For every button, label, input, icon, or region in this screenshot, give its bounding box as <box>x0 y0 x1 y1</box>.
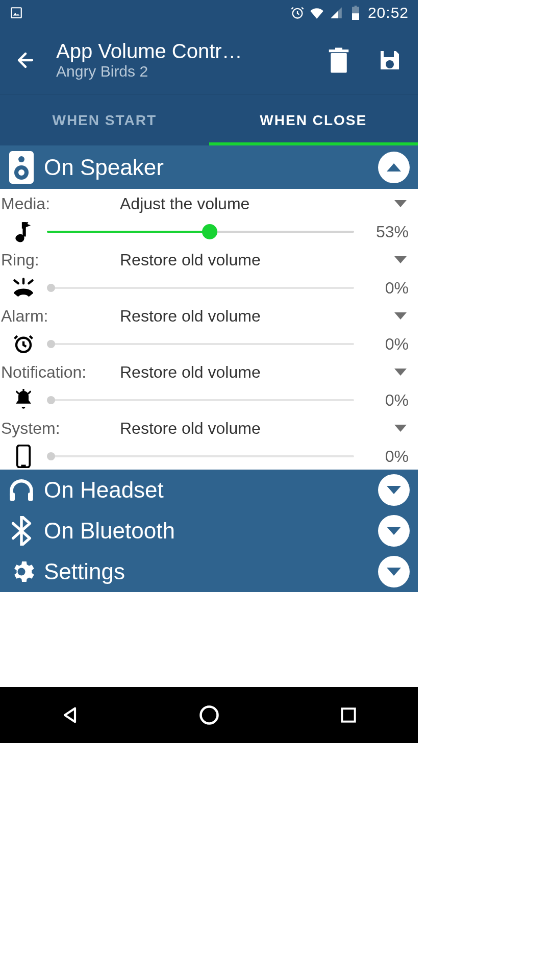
bell-icon <box>0 389 47 411</box>
nav-back-button[interactable] <box>55 700 85 730</box>
row-media: Media: Adjust the volume 53% <box>0 189 418 245</box>
row-system-slider[interactable] <box>47 446 354 467</box>
svg-rect-9 <box>384 51 394 57</box>
expand-headset-button[interactable] <box>378 474 410 506</box>
speaker-icon <box>8 150 35 185</box>
chevron-up-icon <box>387 163 401 172</box>
chevron-down-icon <box>394 312 407 320</box>
svg-rect-3 <box>355 6 357 8</box>
row-system-label: System: <box>0 419 120 438</box>
svg-rect-0 <box>11 8 21 18</box>
svg-point-11 <box>18 156 24 162</box>
row-system-dropdown[interactable] <box>388 416 413 440</box>
row-ring-action[interactable]: Restore old volume <box>120 251 388 270</box>
chevron-down-icon <box>394 425 407 432</box>
row-ring-slider[interactable] <box>47 278 354 298</box>
chevron-down-icon <box>394 200 407 207</box>
tab-close-label: WHEN CLOSE <box>260 112 367 129</box>
row-ring-dropdown[interactable] <box>388 248 413 272</box>
chevron-down-icon <box>387 486 401 494</box>
row-ring-pct: 0% <box>369 279 418 298</box>
expand-bluetooth-button[interactable] <box>378 515 410 547</box>
chevron-down-icon <box>387 568 401 576</box>
svg-rect-17 <box>17 446 30 468</box>
status-time: 20:52 <box>368 4 409 21</box>
svg-point-21 <box>17 568 25 575</box>
row-media-label: Media: <box>0 194 120 213</box>
svg-point-13 <box>18 169 24 176</box>
row-alarm-action[interactable]: Restore old volume <box>120 307 388 326</box>
battery-icon <box>348 6 363 20</box>
row-ring: Ring: Restore old volume 0% <box>0 245 418 301</box>
alarm-icon <box>0 333 47 355</box>
row-media-slider[interactable] <box>47 222 354 242</box>
save-button[interactable] <box>372 42 408 78</box>
row-notification-dropdown[interactable] <box>388 360 413 384</box>
chevron-down-icon <box>394 369 407 376</box>
tab-when-start[interactable]: WHEN START <box>0 95 209 145</box>
row-alarm-pct: 0% <box>369 335 418 354</box>
status-bar: 20:52 <box>0 0 418 26</box>
phone-icon <box>0 445 47 468</box>
row-notification-label: Notification: <box>0 363 120 382</box>
chevron-down-icon <box>394 256 407 263</box>
back-button[interactable] <box>10 45 41 76</box>
section-headset-title: On Headset <box>44 477 369 503</box>
nav-recents-button[interactable] <box>333 700 364 730</box>
svg-point-22 <box>201 707 217 724</box>
svg-rect-5 <box>331 53 347 73</box>
tabs: WHEN START WHEN CLOSE <box>0 94 418 145</box>
row-media-action[interactable]: Adjust the volume <box>120 194 388 213</box>
row-notification-action[interactable]: Restore old volume <box>120 363 388 382</box>
app-bar: App Volume Contr… Angry Birds 2 <box>0 26 418 94</box>
section-bluetooth-title: On Bluetooth <box>44 518 369 544</box>
row-notification-pct: 0% <box>369 391 418 410</box>
svg-rect-23 <box>342 708 355 721</box>
speaker-rows: Media: Adjust the volume 53% Ring: <box>0 189 418 470</box>
svg-point-8 <box>386 60 394 68</box>
row-alarm-dropdown[interactable] <box>388 304 413 328</box>
svg-rect-19 <box>10 493 15 501</box>
nav-home-button[interactable] <box>194 700 224 730</box>
svg-rect-4 <box>352 13 359 20</box>
row-ring-label: Ring: <box>0 251 120 270</box>
row-system-pct: 0% <box>369 447 418 466</box>
section-settings-title: Settings <box>44 559 369 584</box>
row-alarm-label: Alarm: <box>0 307 120 326</box>
music-note-icon <box>0 220 47 243</box>
expand-settings-button[interactable] <box>378 556 410 587</box>
row-notification: Notification: Restore old volume 0% <box>0 357 418 413</box>
page-title: App Volume Contr… <box>56 40 306 63</box>
delete-button[interactable] <box>321 42 357 78</box>
phone-ring-icon <box>0 278 47 298</box>
section-headset[interactable]: On Headset <box>0 470 418 510</box>
row-system-action[interactable]: Restore old volume <box>120 419 388 438</box>
nav-bar <box>0 687 418 743</box>
section-speaker[interactable]: On Speaker <box>0 145 418 189</box>
chevron-down-icon <box>387 527 401 535</box>
section-speaker-title: On Speaker <box>44 155 369 180</box>
cellular-icon <box>329 6 343 20</box>
headset-icon <box>8 473 35 507</box>
row-media-dropdown[interactable] <box>388 191 413 216</box>
tab-when-close[interactable]: WHEN CLOSE <box>209 95 418 145</box>
wifi-icon <box>310 6 324 20</box>
svg-rect-7 <box>335 47 342 50</box>
row-alarm-slider[interactable] <box>47 334 354 354</box>
row-notification-slider[interactable] <box>47 390 354 410</box>
bluetooth-icon <box>8 513 35 548</box>
section-bluetooth[interactable]: On Bluetooth <box>0 510 418 551</box>
alarm-clock-icon <box>290 6 305 20</box>
gear-icon <box>8 554 35 589</box>
picture-icon <box>9 6 23 20</box>
section-settings[interactable]: Settings <box>0 551 418 592</box>
row-media-pct: 53% <box>369 223 418 241</box>
row-alarm: Alarm: Restore old volume 0% <box>0 301 418 357</box>
row-system: System: Restore old volume 0% <box>0 413 418 470</box>
page-subtitle: Angry Birds 2 <box>56 63 306 80</box>
svg-rect-20 <box>28 493 33 501</box>
tab-start-label: WHEN START <box>52 112 157 129</box>
collapse-speaker-button[interactable] <box>378 152 410 183</box>
